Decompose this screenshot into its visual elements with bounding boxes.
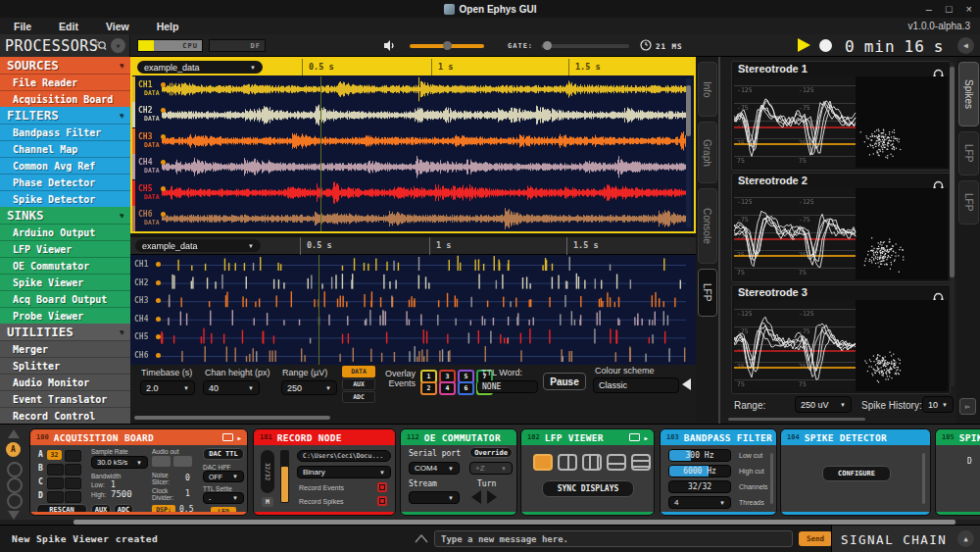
close-button[interactable]: ×: [966, 3, 972, 15]
turn-right-button[interactable]: [487, 490, 497, 504]
sidebar-item-splitter[interactable]: Splitter: [0, 357, 130, 374]
data-type-button[interactable]: DATA: [342, 366, 375, 377]
chain-selector-empty[interactable]: [7, 462, 23, 477]
audio-out-left[interactable]: [152, 456, 171, 467]
headstage-slot[interactable]: [65, 450, 81, 462]
stream-dropdown[interactable]: ▼: [409, 491, 460, 504]
audio-out-right[interactable]: [173, 456, 192, 467]
layout-2row-button[interactable]: [607, 454, 626, 471]
processor-record-node[interactable]: 101 RECORD NODE 32/32 M C:\Users\Ceci\Do…: [253, 428, 396, 516]
layout-1col-button[interactable]: [533, 454, 553, 471]
channel-enable-dot[interactable]: [161, 212, 166, 217]
sidebar-item-oe-commutator[interactable]: OE Commutator: [0, 257, 130, 274]
window-icon[interactable]: [222, 433, 233, 441]
headstage-slot[interactable]: [47, 491, 64, 503]
dac-hpf-dropdown[interactable]: OFF▼: [203, 471, 244, 482]
tab-info[interactable]: Info: [698, 62, 717, 117]
tab-graph[interactable]: Graph: [698, 122, 717, 183]
layout-3row-button[interactable]: [631, 454, 651, 471]
menu-file[interactable]: File: [0, 21, 45, 32]
headstage-slot[interactable]: [65, 491, 81, 503]
channel-label-ch4[interactable]: CH4: [134, 315, 148, 324]
colour-scheme-dropdown[interactable]: Classic: [593, 377, 679, 393]
channel-label-ch1[interactable]: CH1: [138, 80, 152, 89]
configure-button[interactable]: CONFIGURE: [822, 466, 891, 481]
chain-selector-empty[interactable]: [7, 477, 23, 493]
headstage-slot[interactable]: [65, 477, 81, 489]
timebase-dropdown[interactable]: 2.0▼: [140, 380, 195, 395]
expand-panel-button[interactable]: ▻: [959, 398, 976, 415]
channel-label-ch3[interactable]: CH3: [134, 296, 148, 305]
play-button[interactable]: [798, 38, 810, 52]
gate-slider-thumb[interactable]: [543, 41, 552, 50]
sidebar-item-acq-board-output[interactable]: Acq Board Output: [0, 290, 130, 307]
processor-bandpass-filter[interactable]: 103 BANDPASS FILTER 300 Hz Low cut 6000 …: [660, 428, 777, 516]
spike-panel-hscrollbar[interactable]: [728, 418, 865, 421]
chain-selector-a[interactable]: A: [6, 442, 21, 457]
collapse-icon[interactable]: ▶: [237, 434, 241, 441]
stream-selector-1[interactable]: example_data▼: [137, 61, 263, 74]
sidebar-item-bandpass-filter[interactable]: Bandpass Filter: [0, 124, 130, 140]
channel-enable-dot[interactable]: [156, 262, 161, 267]
processor-lfp-viewer[interactable]: 102 LFP VIEWER ▶ SYNC DISPLAYS: [520, 428, 655, 516]
chan-height-dropdown[interactable]: 40▼: [203, 380, 260, 395]
spike-waveform-canvas[interactable]: [734, 188, 948, 279]
window-icon[interactable]: [629, 433, 640, 441]
viewer1-scrollbar[interactable]: [686, 78, 691, 227]
menu-help[interactable]: Help: [143, 21, 193, 32]
low-cut-field[interactable]: 300 Hz: [668, 449, 731, 462]
tab-console[interactable]: Console: [698, 188, 717, 264]
channel-label-ch1[interactable]: CH1: [134, 260, 148, 269]
headstage-slot[interactable]: [47, 464, 64, 476]
scroll-down-icon[interactable]: [8, 511, 20, 520]
channel-label-ch3[interactable]: CH3: [138, 132, 152, 141]
event-channel-6[interactable]: 6: [458, 381, 474, 395]
adc-type-button[interactable]: ADC: [342, 391, 375, 403]
volume-slider-thumb[interactable]: [443, 41, 452, 50]
record-path-field[interactable]: C:\Users\Ceci\Docu...: [297, 450, 391, 462]
section-header-sources[interactable]: SOURCES▼: [0, 57, 130, 74]
spike-plot-2[interactable]: Stereotrode 2: [731, 173, 951, 282]
headstage-slot[interactable]: 32: [47, 450, 62, 460]
sidebar-item-lfp-viewer[interactable]: LFP Viewer: [0, 240, 130, 257]
record-format-dropdown[interactable]: Binary▼: [297, 466, 391, 478]
mute-button[interactable]: M: [262, 497, 273, 507]
collapse-toolbar-button[interactable]: ◀: [957, 37, 974, 54]
search-icon[interactable]: [94, 39, 107, 52]
ttl-settle-dropdown[interactable]: -▼: [203, 492, 244, 504]
high-cut-field[interactable]: 6000 Hz: [668, 465, 731, 477]
channel-label-ch4[interactable]: CH4: [138, 158, 152, 167]
record-channel-pill[interactable]: 32/32: [261, 450, 274, 493]
tab-lfp-1[interactable]: LFP: [958, 131, 979, 176]
sidebar-item-channel-map[interactable]: Channel Map: [0, 140, 130, 157]
headstage-slot[interactable]: [47, 477, 64, 489]
channels-field[interactable]: 32/32: [668, 480, 731, 493]
section-header-filters[interactable]: FILTERS▼: [0, 107, 130, 124]
serial-port-dropdown[interactable]: COM4▼: [409, 462, 460, 475]
channel-label-ch5[interactable]: CH5: [138, 184, 152, 193]
chevron-up-icon[interactable]: [415, 534, 428, 543]
processor-filter-dropdown[interactable]: ▼: [111, 38, 125, 53]
event-channel-4[interactable]: 4: [439, 381, 456, 395]
channel-label-ch2[interactable]: CH2: [134, 278, 148, 287]
axis-dropdown[interactable]: +Z▼: [469, 462, 513, 475]
channel-enable-dot[interactable]: [156, 353, 161, 358]
volume-slider[interactable]: [410, 44, 484, 48]
gate-slider[interactable]: [541, 44, 629, 48]
section-header-utilities[interactable]: UTILITIES▼: [0, 324, 130, 340]
sidebar-item-spike-viewer[interactable]: Spike Viewer: [0, 274, 130, 290]
send-button[interactable]: Send: [799, 531, 832, 546]
dac-ttl-button[interactable]: DAC TTL: [203, 448, 244, 460]
expand-chain-icon[interactable]: ▲: [957, 530, 974, 547]
sidebar-item-spike-detector[interactable]: Spike Detector: [0, 190, 130, 207]
headstage-slot[interactable]: [65, 464, 81, 476]
event-channel-2[interactable]: 2: [420, 381, 437, 395]
collapse-options-button[interactable]: [682, 378, 691, 390]
stream-selector-2[interactable]: example_data▼: [135, 239, 261, 252]
turn-left-button[interactable]: [471, 490, 481, 504]
channel-label-ch2[interactable]: CH2: [138, 106, 152, 115]
layout-3col-button[interactable]: [582, 454, 602, 471]
override-button[interactable]: Override: [469, 447, 513, 458]
tab-spikes-0[interactable]: Spikes: [958, 62, 979, 126]
threads-dropdown[interactable]: 4▼: [668, 496, 731, 509]
